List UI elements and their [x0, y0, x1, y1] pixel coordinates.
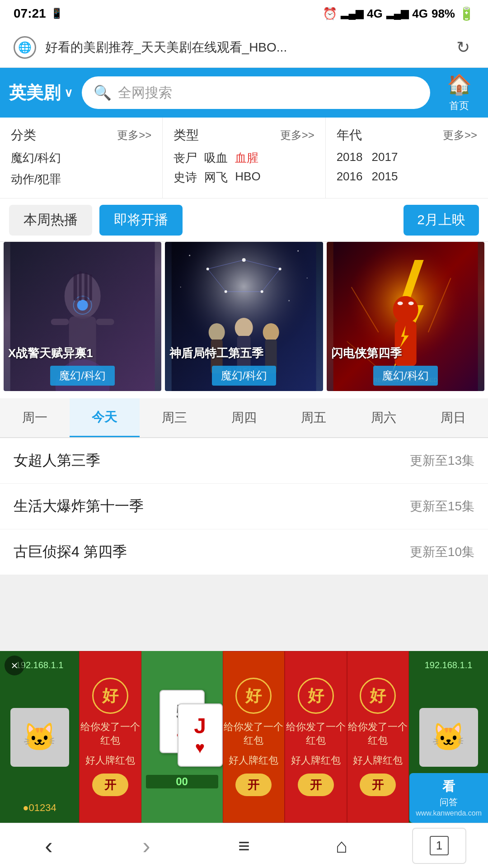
- red-packet-btn-3[interactable]: 开: [298, 774, 334, 796]
- tab-hot[interactable]: 本周热播: [9, 205, 92, 236]
- search-placeholder: 全网搜索: [118, 84, 172, 102]
- alarm-icon: ⏰: [323, 7, 337, 21]
- red-packet-2[interactable]: 好 给你发了一个红包 好人牌红包 开: [223, 651, 285, 823]
- ad-close-button[interactable]: ×: [5, 656, 24, 675]
- movie-genre-3: 魔幻/科幻: [327, 366, 484, 386]
- day-tab-friday[interactable]: 周五: [279, 398, 348, 437]
- filter-type-hbo[interactable]: HBO: [235, 170, 260, 185]
- refresh-icon[interactable]: ↻: [452, 36, 474, 59]
- filter-category-header: 分类 更多>>: [11, 127, 151, 144]
- home-button[interactable]: 🏠 首页: [439, 73, 479, 113]
- movie-card-2[interactable]: S.H.I.E.L.D. 神盾局特工第五季 魔幻/科幻: [165, 242, 323, 391]
- tab-upcoming[interactable]: 即将开播: [99, 205, 183, 236]
- ad-ip-right: 192.168.1.1: [425, 660, 473, 670]
- red-packet-text1-4: 给你发了一个红包: [347, 720, 409, 747]
- filter-type-netflix[interactable]: 网飞: [204, 170, 228, 185]
- tabs-button[interactable]: 1: [412, 828, 466, 864]
- forward-button[interactable]: ›: [119, 828, 174, 864]
- svg-point-22: [261, 290, 263, 293]
- svg-rect-7: [84, 273, 88, 301]
- 4g-label: 4G: [367, 7, 383, 21]
- svg-rect-9: [51, 319, 69, 325]
- brand-label: 英美剧: [9, 81, 61, 104]
- search-box[interactable]: 🔍 全网搜索: [82, 76, 430, 109]
- svg-point-35: [288, 300, 290, 302]
- filter-type-items: 丧尸 吸血 血腥 史诗 网飞 HBO: [174, 150, 314, 185]
- filter-type-vampire[interactable]: 吸血: [204, 150, 228, 166]
- movie-card-1[interactable]: X战警天赋异禀1 魔幻/科幻: [4, 242, 161, 391]
- filter-year-2018[interactable]: 2018: [337, 150, 363, 164]
- ad-red-packets: 好 给你发了一个红包 好人牌红包 开 5 ♣ J ♥ 00: [79, 651, 409, 823]
- svg-point-42: [395, 296, 415, 314]
- status-time: 07:21 📱: [14, 6, 63, 21]
- home-nav-button[interactable]: ⌂: [314, 828, 369, 864]
- card-j-value: J: [194, 713, 206, 738]
- filter-type-epic[interactable]: 史诗: [174, 170, 197, 185]
- day-tab-monday[interactable]: 周一: [0, 398, 70, 437]
- home-label: 首页: [449, 99, 469, 113]
- movie-card-3[interactable]: REBORN.RECHARGED 闪电侠第四季 魔幻/科幻: [327, 242, 484, 391]
- svg-rect-6: [79, 271, 82, 301]
- red-packet-icon-1: 好: [92, 678, 128, 714]
- url-text[interactable]: 好看的美剧推荐_天天美剧在线观看_HBO...: [45, 39, 443, 56]
- svg-point-44: [408, 302, 413, 305]
- brand-button[interactable]: 英美剧 ∨: [9, 81, 73, 104]
- red-packet-icon-2: 好: [235, 678, 272, 714]
- svg-point-33: [307, 278, 308, 278]
- svg-point-23: [225, 290, 227, 293]
- search-icon: 🔍: [94, 84, 112, 101]
- back-button[interactable]: ‹: [22, 828, 76, 864]
- movie-title-overlay-3: 闪电侠第四季: [327, 343, 484, 364]
- filter-year-more[interactable]: 更多>>: [443, 128, 477, 142]
- day-tab-saturday[interactable]: 周六: [348, 398, 418, 437]
- sim-icon: 📱: [51, 8, 63, 19]
- red-packet-4[interactable]: 好 给你发了一个红包 好人牌红包 开: [347, 651, 409, 823]
- red-packet-1[interactable]: 好 给你发了一个红包 好人牌红包 开: [79, 651, 141, 823]
- filter-category: 分类 更多>> 魔幻/科幻 动作/犯罪: [0, 118, 163, 198]
- show-update-1: 更新至13集: [410, 452, 474, 469]
- red-packet-btn-4[interactable]: 开: [360, 774, 396, 796]
- red-packet-btn-2[interactable]: 开: [235, 774, 272, 796]
- filter-item-2[interactable]: 动作/犯罪: [11, 171, 151, 187]
- red-packet-text1-3: 给你发了一个红包: [285, 720, 347, 747]
- url-bar: 🌐 好看的美剧推荐_天天美剧在线观看_HBO... ↻: [0, 27, 488, 68]
- filter-year-items: 2018 2017 2016 2015: [337, 150, 477, 184]
- filter-year-title: 年代: [337, 127, 362, 144]
- filter-category-title: 分类: [11, 127, 36, 144]
- menu-button[interactable]: ≡: [217, 828, 271, 864]
- home-icon: 🏠: [447, 73, 472, 96]
- filter-type-zombie[interactable]: 丧尸: [174, 150, 197, 166]
- movie-genre-2: 魔幻/科幻: [165, 366, 323, 386]
- filter-year-2015[interactable]: 2015: [372, 170, 398, 184]
- day-tab-sunday[interactable]: 周日: [418, 398, 488, 437]
- show-item-3[interactable]: 古巨侦探4 第四季 更新至10集: [0, 529, 488, 575]
- tab-monthly[interactable]: 2月上映: [404, 205, 479, 236]
- day-tab-today[interactable]: 今天: [70, 398, 139, 437]
- filter-category-more[interactable]: 更多>>: [117, 128, 151, 142]
- show-item-1[interactable]: 女超人第三季 更新至13集: [0, 438, 488, 484]
- red-packet-3[interactable]: 好 给你发了一个红包 好人牌红包 开: [285, 651, 347, 823]
- filter-item-1[interactable]: 魔幻/科幻: [11, 150, 151, 166]
- 4g-label-2: 4G: [412, 7, 428, 21]
- movie-grid: X战警天赋异禀1 魔幻/科幻: [0, 242, 488, 398]
- filter-year: 年代 更多>> 2018 2017 2016 2015: [326, 118, 488, 198]
- filter-type-blood[interactable]: 血腥: [235, 150, 258, 166]
- filter-year-2017[interactable]: 2017: [372, 150, 398, 164]
- svg-point-21: [279, 268, 282, 270]
- kanwenda-badge[interactable]: 看 问答 www.kanwenda.com: [409, 773, 488, 823]
- globe-icon: 🌐: [14, 36, 36, 59]
- show-name-3: 古巨侦探4 第四季: [14, 542, 127, 562]
- filter-year-2016[interactable]: 2016: [337, 170, 363, 184]
- day-tab-thursday[interactable]: 周四: [209, 398, 279, 437]
- day-tab-wednesday[interactable]: 周三: [140, 398, 209, 437]
- filter-year-header: 年代 更多>>: [337, 127, 477, 144]
- show-list: 女超人第三季 更新至13集 生活大爆炸第十一季 更新至15集 古巨侦探4 第四季…: [0, 438, 488, 575]
- filter-type: 类型 更多>> 丧尸 吸血 血腥 史诗 网飞 HBO: [163, 118, 325, 198]
- red-packet-btn-1[interactable]: 开: [92, 774, 128, 796]
- top-nav: 英美剧 ∨ 🔍 全网搜索 🏠 首页: [0, 68, 488, 118]
- svg-point-19: [206, 268, 209, 270]
- show-item-2[interactable]: 生活大爆炸第十一季 更新至15集: [0, 484, 488, 529]
- filter-type-more[interactable]: 更多>>: [280, 128, 314, 142]
- movie-title-overlay-2: 神盾局特工第五季: [165, 343, 323, 364]
- svg-point-34: [180, 287, 181, 288]
